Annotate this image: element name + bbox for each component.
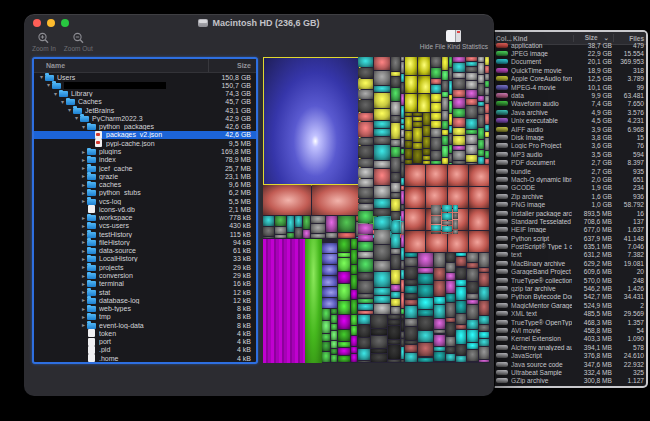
treemap-block[interactable] <box>322 243 338 309</box>
treemap-cell[interactable] <box>405 306 417 318</box>
treemap-cell[interactable] <box>466 90 477 98</box>
tree-row[interactable]: icons-v6.db2,1 MB <box>34 205 256 213</box>
treemap-cell[interactable] <box>456 330 466 344</box>
treemap-cell[interactable] <box>453 57 465 62</box>
treemap-cell[interactable] <box>434 347 445 350</box>
treemap-cell[interactable] <box>479 325 489 331</box>
treemap-cell[interactable] <box>442 136 448 145</box>
treemap-cell[interactable] <box>401 347 404 360</box>
treemap-cell[interactable] <box>405 131 412 140</box>
treemap-cell[interactable] <box>467 350 478 361</box>
tree-row[interactable]: port4 kB <box>34 338 256 346</box>
treemap-cell[interactable] <box>405 57 417 75</box>
treemap-cell[interactable] <box>358 299 373 303</box>
treemap-cell[interactable] <box>453 63 465 73</box>
treemap-cell[interactable] <box>374 137 390 144</box>
treemap-cell[interactable] <box>405 258 417 266</box>
treemap-cell[interactable] <box>374 57 390 70</box>
treemap-cell[interactable] <box>391 212 400 220</box>
file-kind-row[interactable]: HEIF Image677,0 MB1.637 <box>494 226 646 234</box>
treemap-cell[interactable] <box>358 252 373 258</box>
treemap-cell[interactable] <box>449 101 452 113</box>
treemap-cell[interactable] <box>431 161 441 164</box>
treemap-cell[interactable] <box>358 349 370 360</box>
treemap-cell[interactable] <box>478 84 485 95</box>
treemap-cell[interactable] <box>287 233 294 238</box>
treemap-cell[interactable] <box>401 320 404 330</box>
file-kind-row[interactable]: MagicMentor GarageB524,9 MB2 <box>494 301 646 309</box>
treemap-cell[interactable] <box>453 98 465 108</box>
treemap-cell[interactable] <box>388 320 400 325</box>
stats-header-color[interactable]: Col... <box>494 35 511 42</box>
hide-file-kind-statistics-button[interactable]: Hide File Kind Statistics <box>420 30 488 50</box>
treemap-cell[interactable] <box>401 235 404 247</box>
treemap-cell[interactable] <box>351 239 357 249</box>
treemap-cell[interactable] <box>431 232 441 234</box>
treemap-cell[interactable] <box>479 253 489 267</box>
treemap-cell[interactable] <box>401 280 404 292</box>
treemap-cell[interactable] <box>391 102 400 115</box>
treemap-cell[interactable] <box>358 168 373 178</box>
treemap-cell[interactable] <box>442 146 448 157</box>
tree-row[interactable]: pypi-cache.json9,5 MB <box>34 139 256 147</box>
treemap-cell[interactable] <box>391 147 400 157</box>
file-kind-row[interactable]: PNG image1,0 GB58.792 <box>494 200 646 208</box>
tree-row[interactable]: ▾python_packages42,6 GB <box>34 123 256 131</box>
file-kind-row[interactable]: Waveform audio7,4 GB7.650 <box>494 100 646 108</box>
disclosure-open-icon[interactable]: ▾ <box>45 81 52 89</box>
treemap-cell[interactable] <box>423 113 430 125</box>
treemap-cell[interactable] <box>478 102 485 107</box>
tree-row[interactable]: ▸vcs-log5,5 MB <box>34 197 256 205</box>
treemap-cell[interactable] <box>388 326 400 339</box>
treemap-cell[interactable] <box>431 103 441 112</box>
tree-row[interactable]: ▾Users150,8 GB <box>34 73 256 81</box>
treemap-cell[interactable] <box>358 68 373 78</box>
treemap-cell[interactable] <box>374 145 390 160</box>
treemap-cell[interactable] <box>405 187 425 208</box>
treemap-cell[interactable] <box>358 311 373 314</box>
treemap-cell[interactable] <box>418 253 433 267</box>
treemap-cell[interactable] <box>485 66 489 73</box>
treemap-cell[interactable] <box>295 216 302 227</box>
treemap-cell[interactable] <box>449 57 452 67</box>
treemap-cell[interactable] <box>405 300 417 304</box>
stats-header-files[interactable]: Files <box>614 35 646 42</box>
treemap-cell[interactable] <box>371 329 387 335</box>
treemap-cell[interactable] <box>423 149 430 155</box>
treemap-cell[interactable] <box>479 347 489 359</box>
treemap-cell[interactable] <box>401 332 404 339</box>
tree-row[interactable]: ▸vcs-users430 kB <box>34 222 256 230</box>
treemap-cell[interactable] <box>374 217 390 229</box>
treemap-cell[interactable] <box>401 222 404 234</box>
disclosure-closed-icon[interactable]: ▸ <box>80 164 87 172</box>
treemap-cell[interactable] <box>467 300 478 304</box>
treemap-cell[interactable] <box>391 57 400 71</box>
treemap-cell[interactable] <box>358 294 373 298</box>
treemap-cell[interactable] <box>401 248 404 260</box>
treemap-cell[interactable] <box>479 360 489 362</box>
treemap-cell[interactable] <box>453 161 465 164</box>
treemap-cell[interactable] <box>295 228 302 238</box>
treemap-cell[interactable] <box>374 121 390 128</box>
file-kind-row[interactable]: Mach-O dynamic libra2,0 GB651 <box>494 175 646 183</box>
treemap-cell[interactable] <box>391 88 400 101</box>
treemap-cell[interactable] <box>478 115 485 126</box>
treemap-cell[interactable] <box>446 294 455 302</box>
treemap-cell[interactable] <box>275 227 285 234</box>
treemap-cell[interactable] <box>431 129 441 137</box>
treemap-cell[interactable] <box>431 85 441 92</box>
treemap-cell[interactable] <box>449 134 452 144</box>
treemap-cell[interactable] <box>479 332 489 338</box>
treemap-cell[interactable] <box>453 90 465 97</box>
treemap-cell[interactable] <box>405 280 417 285</box>
tree-row[interactable]: ▸grazie23,1 MB <box>34 172 256 180</box>
treemap-cell[interactable] <box>467 253 478 262</box>
treemap-cell[interactable] <box>485 57 489 65</box>
disclosure-closed-icon[interactable]: ▸ <box>80 321 87 329</box>
treemap-cell[interactable] <box>374 304 390 314</box>
treemap-cell[interactable] <box>358 361 370 362</box>
treemap-cell[interactable] <box>467 343 478 348</box>
treemap-cell[interactable] <box>401 94 404 105</box>
treemap-cell[interactable] <box>453 109 465 117</box>
treemap-cell[interactable] <box>322 287 337 297</box>
